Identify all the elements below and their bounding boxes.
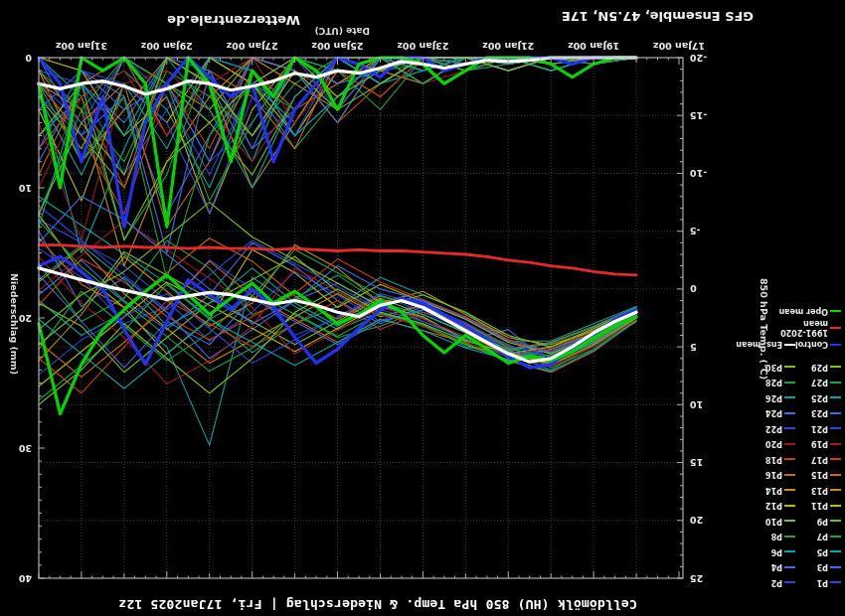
legend-label: P5 bbox=[817, 547, 828, 556]
legend-color-swatch bbox=[784, 412, 795, 414]
legend-item-p6: P6 bbox=[750, 547, 795, 556]
temp-tick-label: 20 bbox=[690, 515, 704, 526]
legend-color-swatch bbox=[830, 505, 841, 507]
x-tick-label: 19Jan 00z bbox=[568, 41, 619, 52]
legend-item-p13: P13 bbox=[795, 486, 841, 495]
legend-color-swatch bbox=[784, 443, 795, 445]
legend-item-p25: P25 bbox=[795, 393, 841, 402]
legend-row: Oper mean bbox=[712, 304, 841, 320]
legend-row: P25P26 bbox=[712, 390, 841, 406]
legend-color-swatch bbox=[830, 536, 841, 538]
legend-row: P21P22 bbox=[712, 421, 841, 437]
member-precip-line-p27 bbox=[39, 58, 636, 201]
legend-color-swatch bbox=[830, 581, 841, 583]
legend-row: P17P18 bbox=[712, 452, 841, 468]
legend-label: P6 bbox=[771, 547, 782, 556]
temp-tick-label: 10 bbox=[690, 399, 704, 410]
legend-label: Oper mean bbox=[778, 307, 828, 316]
legend-row: P29P30 bbox=[712, 360, 841, 376]
legend-item-p4: P4 bbox=[750, 562, 795, 571]
legend-label: P17 bbox=[811, 455, 828, 464]
legend-row: P23P24 bbox=[712, 405, 841, 421]
precip-tick-label: 30 bbox=[18, 443, 32, 454]
legend-color-swatch bbox=[830, 489, 841, 491]
x-tick-label: 25Jan 00z bbox=[311, 41, 363, 52]
legend-color-swatch bbox=[784, 489, 795, 491]
legend-item-p10: P10 bbox=[750, 517, 795, 526]
legend-row: P1P2 bbox=[712, 575, 841, 591]
legend-row: P13P14 bbox=[712, 483, 841, 499]
legend-color-swatch bbox=[784, 396, 795, 398]
x-tick-label: 23Jan 00z bbox=[397, 41, 448, 52]
legend-item-p14: P14 bbox=[750, 486, 795, 495]
legend-label: P11 bbox=[811, 501, 828, 510]
legend-label: P10 bbox=[765, 517, 782, 526]
legend-item-1991-2020-mean: 1991-2020 mean bbox=[761, 319, 841, 337]
legend-color-swatch bbox=[830, 550, 841, 552]
legend-color-swatch bbox=[830, 474, 841, 476]
legend-label: 1991-2020 mean bbox=[780, 319, 828, 337]
legend-item-p21: P21 bbox=[795, 424, 841, 433]
chart-title: Celldömölk (HU) 850 hPa Temp. & Niedersc… bbox=[0, 597, 756, 612]
legend-color-swatch bbox=[830, 396, 841, 398]
legend-item-p8: P8 bbox=[750, 532, 795, 540]
legend-label: P15 bbox=[811, 470, 828, 479]
precip-tick-label: 10 bbox=[18, 183, 32, 194]
temp-axis-title: 850 hPa Temp. (°C) bbox=[759, 278, 769, 380]
legend-color-swatch bbox=[830, 412, 841, 414]
legend-row: P11P12 bbox=[712, 498, 841, 514]
legend-item-oper-mean: Oper mean bbox=[761, 307, 841, 316]
legend-item-p18: P18 bbox=[750, 455, 795, 464]
legend-item-p19: P19 bbox=[795, 439, 841, 448]
legend-label: P22 bbox=[765, 424, 782, 433]
legend-color-swatch bbox=[784, 566, 795, 568]
legend-color-swatch bbox=[784, 474, 795, 476]
legend-item-p15: P15 bbox=[795, 470, 841, 479]
legend-item-p9: P9 bbox=[795, 517, 841, 526]
legend-item-p24: P24 bbox=[750, 408, 795, 417]
legend-row: P3P4 bbox=[712, 559, 841, 575]
legend-color-swatch bbox=[784, 550, 795, 552]
legend-color-swatch bbox=[830, 458, 841, 460]
legend-row: P9P10 bbox=[712, 514, 841, 530]
legend-label: P8 bbox=[771, 532, 782, 540]
rotated-chart-container: Celldömölk (HU) 850 hPa Temp. & Niedersc… bbox=[0, 0, 845, 616]
precip-tick-label: 20 bbox=[18, 313, 32, 324]
legend-color-swatch bbox=[784, 505, 795, 507]
legend-label: P1 bbox=[817, 578, 828, 587]
legend-item-p28: P28 bbox=[750, 378, 795, 386]
legend-label: P16 bbox=[765, 470, 782, 479]
site-branding: Wetterzentrale.de bbox=[167, 13, 300, 28]
legend-row: P5P6 bbox=[712, 544, 841, 560]
legend-color-swatch bbox=[830, 520, 841, 522]
legend-color-swatch bbox=[830, 327, 841, 329]
temp-tick-label: 25 bbox=[690, 573, 703, 584]
legend-label: P3 bbox=[817, 562, 828, 571]
legend-item-p11: P11 bbox=[795, 501, 841, 510]
precip-tick-label: 40 bbox=[18, 573, 32, 584]
legend-color-swatch bbox=[784, 427, 795, 429]
temp-tick-label: -20 bbox=[690, 53, 708, 64]
legend-label: P23 bbox=[811, 408, 828, 417]
legend-item-ens-mean: Ens. mean bbox=[716, 340, 795, 349]
legend-item-p5: P5 bbox=[795, 547, 841, 556]
legend-label: P25 bbox=[811, 393, 828, 402]
temp-tick-label: -10 bbox=[690, 168, 708, 179]
legend-color-swatch bbox=[830, 366, 841, 368]
legend-label: P29 bbox=[811, 363, 828, 372]
legend-label: P20 bbox=[765, 439, 782, 448]
temp-tick-label: -15 bbox=[690, 110, 707, 121]
legend-color-swatch bbox=[784, 344, 795, 346]
legend-label: P26 bbox=[765, 393, 782, 402]
legend-label: P21 bbox=[811, 424, 828, 433]
legend-row: P19P20 bbox=[712, 436, 841, 452]
legend-row: P27P28 bbox=[712, 375, 841, 390]
legend-color-swatch bbox=[830, 427, 841, 429]
legend-item-control: Control bbox=[795, 340, 841, 349]
legend-color-swatch bbox=[784, 520, 795, 522]
x-tick-label: 31Jan 00z bbox=[55, 41, 106, 52]
legend-item-p1: P1 bbox=[795, 578, 841, 587]
ensemble-legend: P1P2P3P4P5P6P7P8P9P10P11P12P13P14P15P16P… bbox=[712, 304, 841, 591]
temp-tick-label: 15 bbox=[690, 457, 703, 468]
legend-item-p27: P27 bbox=[795, 378, 841, 386]
